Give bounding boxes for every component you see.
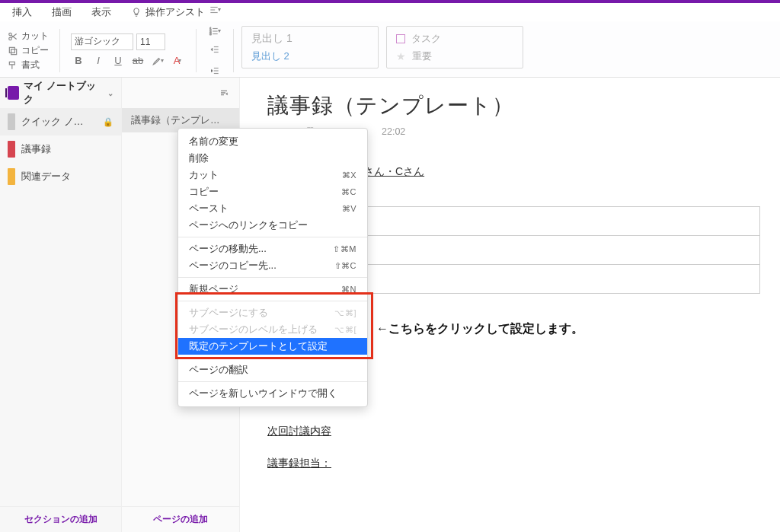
bold-button[interactable]: B [71,53,86,68]
indent-icon [209,65,220,76]
page-sort-button[interactable] [122,78,239,108]
separator [59,29,60,72]
ctx-item-label: コピー [189,185,219,199]
section-label: クイック ノ… [21,115,84,129]
ctx-item-label: ペースト [189,202,229,215]
outdent-button[interactable] [207,42,222,57]
shortcut-label: ⌥⌘[ [334,325,356,335]
ctx-item-label: ページを新しいウインドウで開く [189,387,337,400]
lock-icon: 🔒 [103,117,113,127]
ctx-item-label: サブページにする [189,306,268,320]
cut-label: カット [21,30,49,43]
chevron-down-icon: ⌄ [107,89,113,97]
format-painter-icon [8,60,18,71]
section-sidebar: マイ ノートブック ⌄ クイック ノ… 🔒 議事録 関連データ セクションの追加 [0,78,122,532]
main-area: マイ ノートブック ⌄ クイック ノ… 🔒 議事録 関連データ セクションの追加… [0,78,780,532]
section-label: 関連データ [21,170,71,183]
minutes-by-label[interactable]: 議事録担当： [267,457,760,470]
shortcut-label: ⌘C [341,187,356,197]
style-heading1[interactable]: 見出し 1 [251,32,369,46]
lightbulb-icon [131,7,142,18]
add-section-button[interactable]: セクションの追加 [0,506,121,532]
highlight-button[interactable]: ▾ [150,53,165,68]
separator [233,29,234,72]
tag-task-label: タスク [411,32,441,46]
shortcut-label: ⇧⌘M [333,244,356,254]
notebook-icon [8,86,19,100]
menu-separator [178,358,367,358]
ctx-item-label: ページの移動先... [189,242,267,256]
context-menu: 名前の変更削除カット⌘Xコピー⌘Cペースト⌘Vページへのリンクをコピーページの移… [177,128,368,407]
menu-view[interactable]: 表示 [91,5,111,19]
svg-rect-3 [9,47,14,53]
ctx-item-label: ページへのリンクをコピー [189,218,308,232]
menu-insert[interactable]: 挿入 [12,5,32,19]
shortcut-label: ⌥⌘] [334,308,356,318]
section-label: 議事録 [21,142,51,156]
menu-assist[interactable]: 操作アシスト [131,5,205,19]
tags-gallery[interactable]: タスク ★重要 [386,26,523,68]
styles-gallery[interactable]: 見出し 1 見出し 2 [241,26,379,68]
star-icon: ★ [396,50,406,62]
ctx-既定のテンプレートとして設定[interactable]: 既定のテンプレートとして設定 [178,338,367,355]
style-heading2[interactable]: 見出し 2 [251,49,369,63]
italic-button[interactable]: I [91,53,106,68]
annotation-text: ←こちらをクリックして設定します。 [376,321,583,337]
shortcut-label: ⇧⌘C [334,261,356,271]
ctx-item-label: 削除 [189,151,209,165]
notebook-header[interactable]: マイ ノートブック ⌄ [0,78,121,108]
font-color-button[interactable]: A▾ [170,53,185,68]
cut-button[interactable]: カット [8,30,49,43]
ctx-サブページにする: サブページにする⌥⌘] [178,304,367,321]
numbering-button[interactable]: 123▾ [207,24,222,39]
separator [196,29,197,72]
svg-rect-2 [11,49,17,54]
ctx-item-label: 既定のテンプレートとして設定 [189,339,328,353]
ribbon-paragraph-group: ▾ ▾ 123▾ A× ✕ [204,26,225,75]
section-color-icon [8,168,15,185]
outdent-icon [209,44,220,55]
menu-separator [178,237,367,237]
ctx-ページのコピー先...[interactable]: ページのコピー先...⇧⌘C [178,257,367,274]
ctx-ペースト[interactable]: ペースト⌘V [178,200,367,217]
scissors-icon [8,31,18,42]
menu-draw[interactable]: 描画 [52,5,72,19]
ctx-名前の変更[interactable]: 名前の変更 [178,133,367,150]
ctx-ページの移動先...[interactable]: ページの移動先...⇧⌘M [178,241,367,257]
checkbox-icon [396,34,405,43]
indent-button[interactable] [207,63,222,78]
section-minutes[interactable]: 議事録 [0,135,121,163]
strike-button[interactable]: ab [130,53,145,68]
ctx-ページを新しいウインドウで開く[interactable]: ページを新しいウインドウで開く [178,385,367,402]
menu-assist-label: 操作アシスト [145,5,205,19]
font-name-select[interactable] [71,33,133,50]
menu-separator [178,277,367,278]
section-related[interactable]: 関連データ [0,163,121,190]
page-title[interactable]: 議事録（テンプレート） [267,91,760,120]
ctx-item-label: 新規ページ [189,282,238,296]
ctx-カット[interactable]: カット⌘X [178,167,367,183]
ctx-item-label: カット [189,168,219,182]
underline-button[interactable]: U [110,53,126,68]
ctx-item-label: サブページのレベルを上げる [189,323,318,336]
add-page-button[interactable]: ページの追加 [122,506,239,532]
copy-button[interactable]: コピー [8,44,49,57]
tag-task[interactable]: タスク [396,32,513,46]
tag-important[interactable]: ★重要 [396,49,513,63]
ctx-新規ページ[interactable]: 新規ページ⌘N [178,281,367,298]
ribbon-font-group: B I U ab ▾ A▾ [68,26,188,75]
ctx-削除[interactable]: 削除 [178,150,367,167]
next-topics-label[interactable]: 次回討議内容 [267,425,760,438]
ctx-コピー[interactable]: コピー⌘C [178,183,367,200]
section-quicknotes[interactable]: クイック ノ… 🔒 [0,108,121,135]
format-painter-button[interactable]: 書式 [8,59,49,72]
ctx-ページの翻訳[interactable]: ページの翻訳 [178,362,367,378]
tag-important-label: 重要 [412,49,432,63]
ctx-ページへのリンクをコピー[interactable]: ページへのリンクをコピー [178,217,367,234]
font-size-select[interactable] [136,33,165,50]
section-color-icon [8,141,15,158]
section-color-icon [8,113,15,130]
notebook-title: マイ ノートブック [24,79,101,107]
align-button[interactable]: ▾ [207,2,222,18]
ctx-item-label: ページの翻訳 [189,363,248,377]
